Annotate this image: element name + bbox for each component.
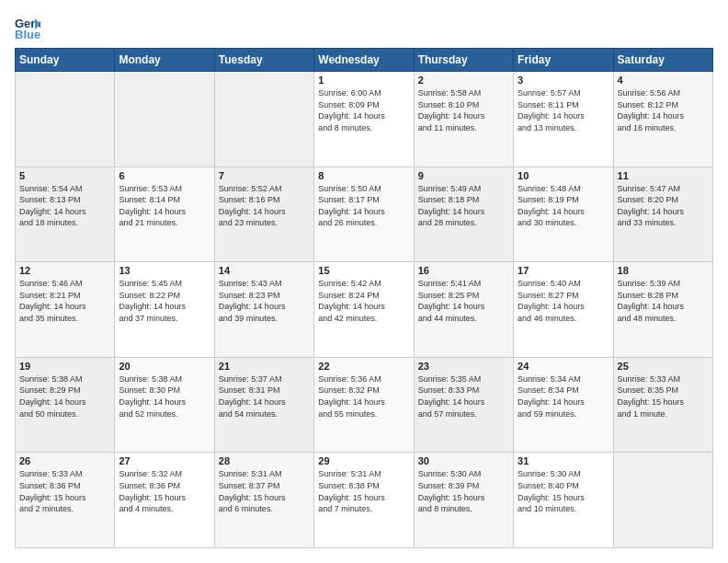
day-number: 11 xyxy=(618,170,709,181)
day-number: 17 xyxy=(518,265,609,276)
day-number: 7 xyxy=(219,170,310,181)
calendar-day-cell: 10Sunrise: 5:48 AM Sunset: 8:19 PM Dayli… xyxy=(514,167,613,262)
calendar-day-cell: 8Sunrise: 5:50 AM Sunset: 8:17 PM Daylig… xyxy=(314,167,414,262)
day-info: Sunrise: 5:56 AM Sunset: 8:12 PM Dayligh… xyxy=(618,87,709,133)
day-number: 10 xyxy=(518,170,609,181)
calendar-header-row: SundayMondayTuesdayWednesdayThursdayFrid… xyxy=(16,49,713,72)
day-number: 20 xyxy=(119,361,210,372)
day-info: Sunrise: 5:39 AM Sunset: 8:28 PM Dayligh… xyxy=(618,278,709,324)
calendar-day-cell: 19Sunrise: 5:38 AM Sunset: 8:29 PM Dayli… xyxy=(16,357,115,453)
page: General Blue SundayMondayTuesdayWednesda… xyxy=(0,0,728,563)
day-info: Sunrise: 5:33 AM Sunset: 8:35 PM Dayligh… xyxy=(618,373,709,419)
calendar-day-cell: 1Sunrise: 6:00 AM Sunset: 8:09 PM Daylig… xyxy=(314,72,414,167)
day-info: Sunrise: 5:31 AM Sunset: 8:38 PM Dayligh… xyxy=(318,468,409,514)
day-info: Sunrise: 5:42 AM Sunset: 8:24 PM Dayligh… xyxy=(318,278,409,324)
day-number: 26 xyxy=(19,455,110,466)
day-number: 13 xyxy=(119,265,210,276)
day-info: Sunrise: 5:48 AM Sunset: 8:19 PM Dayligh… xyxy=(518,183,609,229)
calendar-day-cell xyxy=(214,72,313,167)
calendar-week-row: 19Sunrise: 5:38 AM Sunset: 8:29 PM Dayli… xyxy=(16,357,713,453)
day-info: Sunrise: 5:38 AM Sunset: 8:30 PM Dayligh… xyxy=(119,373,210,419)
day-info: Sunrise: 5:30 AM Sunset: 8:40 PM Dayligh… xyxy=(518,468,609,514)
calendar-table: SundayMondayTuesdayWednesdayThursdayFrid… xyxy=(15,48,713,548)
calendar-day-cell: 26Sunrise: 5:33 AM Sunset: 8:36 PM Dayli… xyxy=(16,453,115,548)
calendar-day-cell: 21Sunrise: 5:37 AM Sunset: 8:31 PM Dayli… xyxy=(214,357,313,453)
calendar-day-cell: 18Sunrise: 5:39 AM Sunset: 8:28 PM Dayli… xyxy=(613,262,712,358)
day-info: Sunrise: 5:53 AM Sunset: 8:14 PM Dayligh… xyxy=(119,183,210,229)
calendar-day-cell: 29Sunrise: 5:31 AM Sunset: 8:38 PM Dayli… xyxy=(314,453,414,548)
calendar-day-cell: 16Sunrise: 5:41 AM Sunset: 8:25 PM Dayli… xyxy=(414,262,513,358)
day-number: 28 xyxy=(219,455,310,466)
day-info: Sunrise: 6:00 AM Sunset: 8:09 PM Dayligh… xyxy=(318,87,409,133)
calendar-day-cell: 2Sunrise: 5:58 AM Sunset: 8:10 PM Daylig… xyxy=(414,72,513,167)
calendar-day-cell: 31Sunrise: 5:30 AM Sunset: 8:40 PM Dayli… xyxy=(514,453,613,548)
day-number: 29 xyxy=(318,455,409,466)
day-info: Sunrise: 5:31 AM Sunset: 8:37 PM Dayligh… xyxy=(219,468,310,514)
day-number: 6 xyxy=(119,170,210,181)
calendar-day-cell: 24Sunrise: 5:34 AM Sunset: 8:34 PM Dayli… xyxy=(514,357,613,453)
day-info: Sunrise: 5:36 AM Sunset: 8:32 PM Dayligh… xyxy=(318,373,409,419)
day-number: 2 xyxy=(418,75,509,86)
day-info: Sunrise: 5:50 AM Sunset: 8:17 PM Dayligh… xyxy=(318,183,409,229)
day-number: 31 xyxy=(518,455,609,466)
day-info: Sunrise: 5:41 AM Sunset: 8:25 PM Dayligh… xyxy=(418,278,509,324)
calendar-col-header: Friday xyxy=(514,49,613,72)
day-info: Sunrise: 5:45 AM Sunset: 8:22 PM Dayligh… xyxy=(119,278,210,324)
day-number: 9 xyxy=(418,170,509,181)
calendar-week-row: 1Sunrise: 6:00 AM Sunset: 8:09 PM Daylig… xyxy=(16,72,713,167)
day-number: 30 xyxy=(418,455,509,466)
calendar-day-cell: 23Sunrise: 5:35 AM Sunset: 8:33 PM Dayli… xyxy=(414,357,513,453)
calendar-day-cell: 9Sunrise: 5:49 AM Sunset: 8:18 PM Daylig… xyxy=(414,167,513,262)
day-info: Sunrise: 5:34 AM Sunset: 8:34 PM Dayligh… xyxy=(518,373,609,419)
calendar-col-header: Saturday xyxy=(613,49,712,72)
day-number: 18 xyxy=(618,265,709,276)
calendar-week-row: 12Sunrise: 5:46 AM Sunset: 8:21 PM Dayli… xyxy=(16,262,713,358)
day-number: 3 xyxy=(518,75,609,86)
day-number: 8 xyxy=(318,170,409,181)
day-info: Sunrise: 5:49 AM Sunset: 8:18 PM Dayligh… xyxy=(418,183,509,229)
calendar-day-cell: 12Sunrise: 5:46 AM Sunset: 8:21 PM Dayli… xyxy=(16,262,115,358)
day-number: 21 xyxy=(219,361,310,372)
calendar-day-cell: 11Sunrise: 5:47 AM Sunset: 8:20 PM Dayli… xyxy=(613,167,712,262)
calendar-col-header: Tuesday xyxy=(214,49,313,72)
day-number: 22 xyxy=(318,361,409,372)
day-info: Sunrise: 5:30 AM Sunset: 8:39 PM Dayligh… xyxy=(418,468,509,514)
calendar-col-header: Monday xyxy=(115,49,214,72)
day-number: 23 xyxy=(418,361,509,372)
calendar-day-cell: 13Sunrise: 5:45 AM Sunset: 8:22 PM Dayli… xyxy=(115,262,214,358)
calendar-day-cell: 5Sunrise: 5:54 AM Sunset: 8:13 PM Daylig… xyxy=(16,167,115,262)
calendar-day-cell: 6Sunrise: 5:53 AM Sunset: 8:14 PM Daylig… xyxy=(115,167,214,262)
day-info: Sunrise: 5:46 AM Sunset: 8:21 PM Dayligh… xyxy=(19,278,110,324)
day-info: Sunrise: 5:37 AM Sunset: 8:31 PM Dayligh… xyxy=(219,373,310,419)
calendar-week-row: 5Sunrise: 5:54 AM Sunset: 8:13 PM Daylig… xyxy=(16,167,713,262)
day-info: Sunrise: 5:32 AM Sunset: 8:36 PM Dayligh… xyxy=(119,468,210,514)
calendar-col-header: Wednesday xyxy=(314,49,414,72)
day-info: Sunrise: 5:52 AM Sunset: 8:16 PM Dayligh… xyxy=(219,183,310,229)
day-number: 25 xyxy=(618,361,709,372)
day-info: Sunrise: 5:40 AM Sunset: 8:27 PM Dayligh… xyxy=(518,278,609,324)
header: General Blue xyxy=(15,15,713,40)
calendar-col-header: Thursday xyxy=(414,49,513,72)
logo: General Blue xyxy=(15,15,44,40)
calendar-day-cell: 20Sunrise: 5:38 AM Sunset: 8:30 PM Dayli… xyxy=(115,357,214,453)
calendar-day-cell: 25Sunrise: 5:33 AM Sunset: 8:35 PM Dayli… xyxy=(613,357,712,453)
day-info: Sunrise: 5:35 AM Sunset: 8:33 PM Dayligh… xyxy=(418,373,509,419)
day-number: 16 xyxy=(418,265,509,276)
calendar-day-cell: 4Sunrise: 5:56 AM Sunset: 8:12 PM Daylig… xyxy=(613,72,712,167)
calendar-day-cell: 15Sunrise: 5:42 AM Sunset: 8:24 PM Dayli… xyxy=(314,262,414,358)
calendar-day-cell xyxy=(613,453,712,548)
day-info: Sunrise: 5:43 AM Sunset: 8:23 PM Dayligh… xyxy=(219,278,310,324)
calendar-day-cell: 28Sunrise: 5:31 AM Sunset: 8:37 PM Dayli… xyxy=(214,453,313,548)
day-number: 1 xyxy=(318,75,409,86)
day-number: 15 xyxy=(318,265,409,276)
day-number: 14 xyxy=(219,265,310,276)
calendar-day-cell: 14Sunrise: 5:43 AM Sunset: 8:23 PM Dayli… xyxy=(214,262,313,358)
calendar-day-cell: 7Sunrise: 5:52 AM Sunset: 8:16 PM Daylig… xyxy=(214,167,313,262)
day-info: Sunrise: 5:47 AM Sunset: 8:20 PM Dayligh… xyxy=(618,183,709,229)
logo-icon: General Blue xyxy=(15,15,40,40)
day-info: Sunrise: 5:38 AM Sunset: 8:29 PM Dayligh… xyxy=(19,373,110,419)
day-number: 4 xyxy=(618,75,709,86)
calendar-day-cell: 3Sunrise: 5:57 AM Sunset: 8:11 PM Daylig… xyxy=(514,72,613,167)
day-number: 5 xyxy=(19,170,110,181)
day-number: 19 xyxy=(19,361,110,372)
